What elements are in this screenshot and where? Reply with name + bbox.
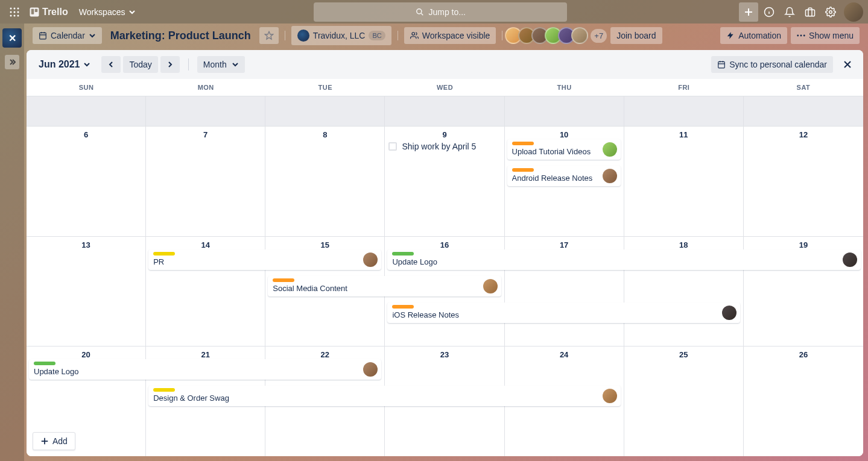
calendar-day[interactable] [505,96,624,126]
svg-point-15 [829,10,832,13]
svg-point-6 [10,14,12,16]
calendar-day[interactable] [146,96,265,126]
card-member-avatar [363,362,378,377]
svg-point-3 [10,11,12,13]
global-search[interactable]: Jump to... [314,2,567,22]
svg-rect-11 [35,8,38,11]
calendar-day[interactable] [27,96,146,126]
more-members-count[interactable]: +7 [591,29,607,43]
search-placeholder: Jump to... [429,7,466,17]
svg-point-19 [800,35,802,37]
calendar-day-12[interactable]: 12 [744,126,863,236]
svg-point-1 [14,7,16,9]
workspaces-dropdown[interactable]: Workspaces [73,4,142,20]
calendar-day-13[interactable]: 13 [27,236,146,347]
apps-switcher-icon[interactable] [5,2,24,22]
calendar-grid: 6 7 8 9 10 11 12 13 14 15 16 17 18 19 20… [27,96,863,456]
board-header: Calendar Marketing: Product Launch Travi… [24,24,868,48]
star-button[interactable] [259,27,279,44]
card-member-avatar [722,306,737,320]
svg-point-4 [14,11,16,13]
label-yellow [153,252,175,256]
day-of-week-header: SUN MON TUE WED THU FRI SAT [27,79,863,96]
calendar-day[interactable] [385,96,504,126]
card-member-avatar [363,252,378,267]
calendar-day-8[interactable]: 8 [265,126,385,236]
join-board-button[interactable]: Join board [610,27,662,44]
svg-rect-14 [806,10,815,16]
org-pill[interactable]: Travidux, LLC BC [291,26,391,45]
dow-thu: THU [505,79,624,96]
event-social-media[interactable]: Social Media Content [268,276,501,296]
settings-icon[interactable] [821,2,840,22]
calendar-day[interactable] [265,96,385,126]
next-button[interactable] [160,56,180,73]
card-member-avatar [603,142,617,157]
global-topbar: Trello Workspaces Jump to... [0,0,868,24]
briefcase-icon[interactable] [800,2,820,22]
notifications-icon[interactable] [780,2,799,22]
label-orange [392,305,414,309]
create-button[interactable] [739,2,758,22]
event-update-logo-2[interactable]: Update Logo [29,359,381,380]
info-icon[interactable] [759,2,779,22]
dow-sun: SUN [27,79,146,96]
svg-point-7 [14,14,16,16]
add-card-button[interactable]: Add [33,432,75,450]
svg-point-0 [10,7,12,9]
svg-rect-10 [31,8,34,14]
show-menu-button[interactable]: Show menu [791,27,860,44]
calendar-day-7[interactable]: 7 [146,126,265,236]
trello-logo[interactable]: Trello [29,7,68,17]
svg-rect-16 [40,33,46,39]
dow-mon: MON [146,79,265,96]
event-ios-notes[interactable]: iOS Release Notes [387,303,740,323]
label-yellow [153,388,175,392]
close-calendar-button[interactable] [839,56,856,73]
event-pr[interactable]: PR [148,249,381,270]
calendar-day-26[interactable]: 26 [744,346,863,456]
svg-point-18 [797,35,799,37]
workspace-icon[interactable]: ✕ [2,28,22,48]
sync-calendar-button[interactable]: Sync to personal calendar [711,56,833,73]
label-orange [512,142,534,145]
event-update-logo-1[interactable]: Update Logo [387,249,861,270]
calendar-toolbar: Jun 2021 Today Month Sync to personal ca… [27,50,863,79]
card-member-avatar [483,279,498,293]
calendar-day[interactable] [744,96,863,126]
bc-badge: BC [369,31,385,40]
member-stack[interactable]: +7 [508,27,607,44]
calendar-day-11[interactable]: 11 [624,126,744,236]
dow-sat: SAT [744,79,863,96]
member-avatar[interactable] [571,27,588,44]
checkbox-icon[interactable] [388,142,397,151]
logo-text: Trello [42,7,68,17]
sidebar-collapsed: ✕ [0,24,24,461]
svg-point-2 [17,7,19,9]
card-member-avatar [603,169,617,183]
calendar-day-25[interactable]: 25 [624,346,744,456]
svg-point-17 [412,33,415,36]
prev-button[interactable] [101,56,121,73]
svg-rect-21 [718,61,725,68]
label-orange [512,168,534,172]
card-member-avatar [843,252,857,267]
board-title[interactable]: Marketing: Product Launch [106,30,256,42]
event-android-notes[interactable]: Android Release Notes [507,166,621,186]
month-picker[interactable]: Jun 2021 [34,55,95,74]
event-upload-videos[interactable]: Upload Tutorial Videos [507,139,621,160]
visibility-button[interactable]: Workspace visible [404,27,496,44]
user-avatar[interactable] [844,2,863,22]
card-member-avatar [603,389,617,403]
range-picker[interactable]: Month [197,56,245,73]
calendar-day[interactable] [624,96,744,126]
sidebar-expand-button[interactable] [5,55,19,69]
event-ship[interactable]: Ship work by April 5 [388,142,476,151]
label-green [392,252,414,256]
view-switcher[interactable]: Calendar [33,27,102,44]
event-swag[interactable]: Design & Order Swag [148,386,621,406]
automation-button[interactable]: Automation [720,27,787,44]
dow-wed: WED [385,79,504,96]
calendar-day-6[interactable]: 6 [27,126,146,236]
today-button[interactable]: Today [123,56,157,73]
